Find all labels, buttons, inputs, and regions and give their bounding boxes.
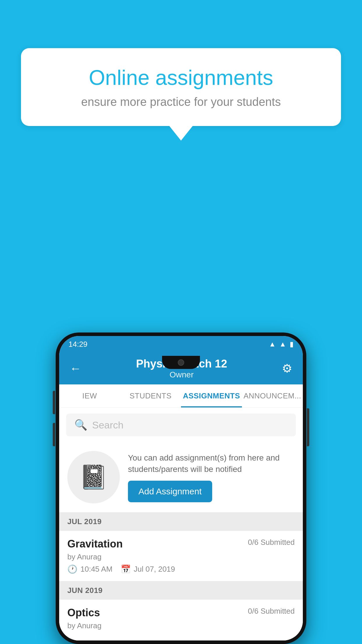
tab-assignments[interactable]: ASSIGNMENTS — [181, 384, 242, 407]
volume-down-button — [53, 423, 55, 446]
speech-bubble-wrapper: Online assignments ensure more practice … — [21, 48, 341, 141]
status-bar: 14:29 ▲ ▲ ▮ — [59, 336, 303, 352]
status-icons: ▲ ▲ ▮ — [269, 340, 294, 348]
wifi-icon: ▲ — [269, 340, 276, 348]
promo-icon-circle: 📓 — [67, 451, 120, 503]
search-icon: 🔍 — [74, 419, 87, 431]
search-input[interactable]: Search — [92, 419, 124, 431]
calendar-icon: 📅 — [121, 564, 131, 574]
tabs-bar: IEW STUDENTS ASSIGNMENTS ANNOUNCEM... — [59, 384, 303, 408]
promo-text: You can add assignment(s) from here and … — [128, 452, 295, 475]
assignment-by-optics: by Anurag — [67, 621, 295, 630]
speech-bubble-title: Online assignments — [41, 66, 321, 90]
speech-bubble: Online assignments ensure more practice … — [21, 48, 341, 126]
assignment-item-gravitation[interactable]: Gravitation 0/6 Submitted by Anurag 🕐 10… — [59, 531, 303, 581]
assignment-submitted-optics: 0/6 Submitted — [248, 607, 295, 616]
assignment-date-gravitation: 📅 Jul 07, 2019 — [121, 564, 175, 574]
back-button[interactable]: ← — [70, 362, 81, 375]
power-button — [307, 408, 309, 446]
assignment-item-optics[interactable]: Optics 0/6 Submitted by Anurag — [59, 600, 303, 640]
promo-content: You can add assignment(s) from here and … — [128, 452, 295, 502]
camera-icon — [178, 359, 184, 366]
speech-bubble-subtitle: ensure more practice for your students — [41, 95, 321, 108]
assignment-date-text: Jul 07, 2019 — [134, 565, 175, 574]
tab-overview[interactable]: IEW — [59, 384, 120, 407]
month-header-jun: JUN 2019 — [59, 581, 303, 600]
month-header-jul: JUL 2019 — [59, 512, 303, 531]
volume-up-button — [53, 391, 55, 414]
promo-section: 📓 You can add assignment(s) from here an… — [59, 442, 303, 512]
search-bar-wrapper: 🔍 Search — [59, 408, 303, 442]
phone-wrapper: 14:29 ▲ ▲ ▮ ← Physics Batch 12 Owner ⚙ I… — [56, 332, 306, 644]
battery-icon: ▮ — [290, 340, 294, 348]
assignment-by-gravitation: by Anurag — [67, 552, 295, 561]
tab-students[interactable]: STUDENTS — [120, 384, 181, 407]
assignment-meta-gravitation: 🕐 10:45 AM 📅 Jul 07, 2019 — [67, 564, 295, 574]
signal-icon: ▲ — [279, 340, 286, 348]
notch — [162, 356, 200, 369]
notebook-icon: 📓 — [79, 463, 108, 491]
speech-bubble-arrow — [169, 126, 193, 141]
assignment-time-text: 10:45 AM — [80, 565, 113, 574]
header-subtitle: Owner — [136, 370, 227, 379]
add-assignment-button[interactable]: Add Assignment — [128, 481, 212, 502]
assignment-name-gravitation: Gravitation — [67, 538, 123, 550]
assignment-name-optics: Optics — [67, 607, 100, 619]
phone-screen: 14:29 ▲ ▲ ▮ ← Physics Batch 12 Owner ⚙ I… — [59, 336, 303, 640]
assignment-submitted-gravitation: 0/6 Submitted — [248, 538, 295, 547]
assignment-time-gravitation: 🕐 10:45 AM — [67, 564, 113, 574]
assignment-row-top-optics: Optics 0/6 Submitted — [67, 607, 295, 619]
tab-announcements[interactable]: ANNOUNCEM... — [242, 384, 303, 407]
phone-device: 14:29 ▲ ▲ ▮ ← Physics Batch 12 Owner ⚙ I… — [56, 332, 306, 644]
status-time: 14:29 — [68, 340, 87, 349]
search-bar[interactable]: 🔍 Search — [66, 414, 296, 436]
assignment-row-top: Gravitation 0/6 Submitted — [67, 538, 295, 550]
settings-icon[interactable]: ⚙ — [282, 362, 292, 375]
clock-icon: 🕐 — [67, 564, 78, 574]
